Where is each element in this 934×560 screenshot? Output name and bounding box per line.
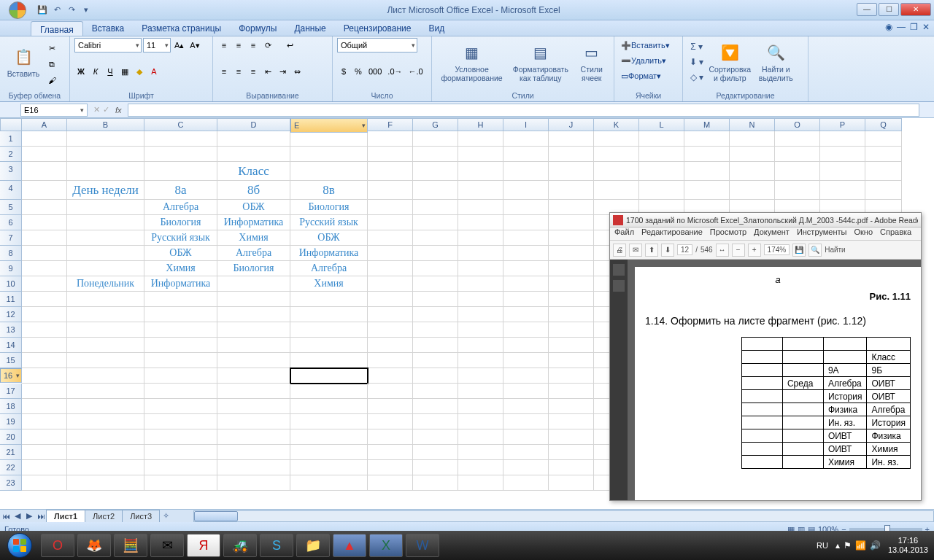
- cell-D22[interactable]: [217, 460, 290, 475]
- cell-C9[interactable]: Химия: [144, 261, 217, 276]
- cell-I9[interactable]: [503, 261, 549, 276]
- cell-B14[interactable]: [67, 338, 144, 353]
- cell-H21[interactable]: [458, 445, 503, 460]
- cell-D12[interactable]: [217, 307, 290, 322]
- cell-E2[interactable]: [290, 147, 368, 162]
- row-header-15[interactable]: 15: [0, 353, 22, 368]
- cell-F3[interactable]: [368, 162, 413, 181]
- row-header-23[interactable]: 23: [0, 475, 22, 491]
- cell-C11[interactable]: [144, 292, 217, 307]
- cell-E3[interactable]: [290, 162, 368, 181]
- border-button[interactable]: ▦: [118, 64, 131, 79]
- col-header-C[interactable]: C: [144, 118, 217, 131]
- cell-B19[interactable]: [67, 414, 144, 429]
- minimize-ribbon-icon[interactable]: —: [897, 22, 906, 32]
- merge-center-button[interactable]: ⇔: [290, 64, 304, 79]
- cell-F18[interactable]: [368, 399, 413, 414]
- cell-C15[interactable]: [144, 353, 217, 368]
- cell-J8[interactable]: [549, 246, 594, 261]
- cell-J3[interactable]: [549, 162, 594, 181]
- cell-K4[interactable]: [594, 181, 639, 200]
- cell-H7[interactable]: [458, 230, 503, 246]
- cell-A17[interactable]: [22, 384, 67, 399]
- cell-B6[interactable]: [67, 215, 144, 230]
- cell-G11[interactable]: [413, 292, 458, 307]
- row-header-22[interactable]: 22: [0, 460, 22, 475]
- cell-B18[interactable]: [67, 399, 144, 414]
- new-sheet-button[interactable]: ✧: [160, 511, 171, 521]
- cell-J7[interactable]: [549, 230, 594, 246]
- cell-J15[interactable]: [549, 353, 594, 368]
- col-header-F[interactable]: F: [368, 118, 413, 131]
- cell-A11[interactable]: [22, 292, 67, 307]
- cell-M2[interactable]: [684, 147, 730, 162]
- cell-B7[interactable]: [67, 230, 144, 246]
- cell-G16[interactable]: [413, 368, 458, 384]
- cell-C20[interactable]: [144, 429, 217, 445]
- cell-D14[interactable]: [217, 338, 290, 353]
- cell-H6[interactable]: [458, 215, 503, 230]
- increase-indent-button[interactable]: ⇥: [276, 64, 289, 79]
- horizontal-scrollbar[interactable]: [193, 510, 934, 522]
- cell-F15[interactable]: [368, 353, 413, 368]
- cell-C6[interactable]: Биология: [144, 215, 217, 230]
- cell-H16[interactable]: [458, 368, 503, 384]
- cell-A8[interactable]: [22, 246, 67, 261]
- cell-F16[interactable]: [368, 368, 413, 384]
- row-header-6[interactable]: 6: [0, 215, 22, 230]
- cell-M4[interactable]: [684, 181, 730, 200]
- row-header-9[interactable]: 9: [0, 261, 22, 276]
- cell-G17[interactable]: [413, 384, 458, 399]
- col-header-B[interactable]: B: [67, 118, 144, 131]
- taskbar-yandex-icon[interactable]: Я: [187, 534, 220, 557]
- cell-E17[interactable]: [290, 384, 368, 399]
- cell-C16[interactable]: [144, 368, 217, 384]
- pdf-attachments-icon[interactable]: [613, 280, 625, 292]
- tab-view[interactable]: Вид: [420, 20, 453, 36]
- cell-Q1[interactable]: [865, 131, 902, 147]
- cell-E21[interactable]: [290, 445, 368, 460]
- cell-J22[interactable]: [549, 460, 594, 475]
- cell-C17[interactable]: [144, 384, 217, 399]
- cell-I6[interactable]: [503, 215, 549, 230]
- close-workbook-icon[interactable]: ✕: [922, 22, 930, 32]
- cell-B11[interactable]: [67, 292, 144, 307]
- cell-G12[interactable]: [413, 307, 458, 322]
- align-center-button[interactable]: ≡: [232, 64, 245, 79]
- tab-formulas[interactable]: Формулы: [230, 20, 285, 36]
- tray-flag-icon[interactable]: ⚑: [844, 540, 852, 551]
- font-name-select[interactable]: Calibri: [74, 38, 142, 52]
- cell-J23[interactable]: [549, 475, 594, 491]
- orientation-button[interactable]: ⟳: [261, 38, 274, 52]
- pdf-zoom-out-icon[interactable]: −: [732, 244, 745, 257]
- cell-C14[interactable]: [144, 338, 217, 353]
- formula-input[interactable]: [128, 104, 919, 117]
- col-header-K[interactable]: K: [594, 118, 639, 131]
- cell-O1[interactable]: [775, 131, 820, 147]
- cell-B13[interactable]: [67, 322, 144, 338]
- cell-G5[interactable]: [413, 200, 458, 215]
- tab-data[interactable]: Данные: [285, 20, 334, 36]
- enter-formula-icon[interactable]: ✓: [103, 105, 109, 114]
- cell-G20[interactable]: [413, 429, 458, 445]
- cell-Q3[interactable]: [865, 162, 902, 181]
- sheet-tab-1[interactable]: Лист1: [46, 510, 85, 522]
- row-header-21[interactable]: 21: [0, 445, 22, 460]
- decrease-font-button[interactable]: A▾: [188, 38, 201, 52]
- cell-J12[interactable]: [549, 307, 594, 322]
- taskbar-adobe-icon[interactable]: ▲: [333, 534, 366, 557]
- col-header-G[interactable]: G: [413, 118, 458, 131]
- col-header-N[interactable]: N: [730, 118, 775, 131]
- insert-cells-button[interactable]: ➕ Вставить ▾: [619, 38, 680, 52]
- row-header-4[interactable]: 4: [0, 181, 22, 200]
- cell-I5[interactable]: [503, 200, 549, 215]
- cell-I8[interactable]: [503, 246, 549, 261]
- select-all-corner[interactable]: [0, 118, 22, 131]
- cell-C10[interactable]: Информатика: [144, 276, 217, 292]
- cell-E9[interactable]: Алгебра: [290, 261, 368, 276]
- cell-H14[interactable]: [458, 338, 503, 353]
- taskbar-opera-icon[interactable]: O: [41, 534, 74, 557]
- cell-E12[interactable]: [290, 307, 368, 322]
- tab-page-layout[interactable]: Разметка страницы: [133, 20, 230, 36]
- cell-I22[interactable]: [503, 460, 549, 475]
